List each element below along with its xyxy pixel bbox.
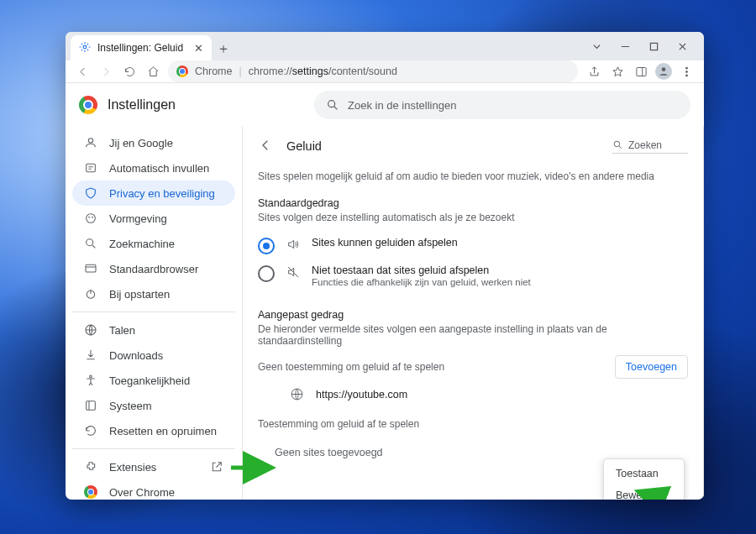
sidebar-item-downloads[interactable]: Downloads	[72, 343, 235, 368]
svg-point-15	[87, 214, 96, 223]
url-text: chrome://settings/content/sound	[249, 65, 397, 77]
volume-icon	[286, 238, 300, 251]
home-icon[interactable]	[144, 63, 161, 80]
tab-strip: Instellingen: Geluid ✕ ＋	[66, 32, 704, 60]
chrome-logo-small-icon	[176, 65, 188, 77]
toolbar: Chrome | chrome://settings/content/sound	[66, 60, 704, 83]
radio-block-sound[interactable]: Niet toestaan dat sites geluid afspelen …	[258, 259, 688, 292]
maximize-icon[interactable]	[640, 34, 667, 58]
main-search[interactable]: Zoeken	[612, 139, 688, 154]
blocked-site-row[interactable]: https://youtube.com	[258, 379, 688, 401]
svg-point-25	[90, 375, 92, 378]
svg-point-6	[685, 67, 687, 69]
reload-icon[interactable]	[121, 63, 138, 80]
settings-header: Instellingen Zoek in de instellingen	[66, 83, 704, 127]
svg-rect-12	[87, 164, 96, 171]
chrome-window: Instellingen: Geluid ✕ ＋ Chrome | chrome…	[66, 32, 704, 500]
intro-text: Sites spelen mogelijk geluid af om audio…	[258, 170, 688, 182]
svg-point-17	[92, 217, 93, 218]
divider	[72, 312, 235, 312]
tab-close-icon[interactable]: ✕	[194, 42, 203, 55]
custom-behavior-title: Aangepast gedrag	[258, 309, 688, 321]
main-panel: Geluid Zoeken Sites spelen mogelijk gelu…	[242, 127, 704, 500]
site-url: https://youtube.com	[316, 389, 407, 400]
svg-point-0	[83, 45, 87, 49]
svg-point-18	[87, 239, 93, 246]
svg-point-5	[662, 67, 666, 71]
add-site-button[interactable]: Toevoegen	[615, 355, 688, 379]
minimize-icon[interactable]	[612, 34, 638, 58]
window-controls	[583, 32, 699, 60]
custom-behavior-sub: De hieronder vermelde sites volgen een a…	[258, 323, 688, 347]
svg-line-29	[619, 146, 622, 149]
volume-mute-icon	[286, 265, 300, 279]
settings-body: Jij en Google Automatisch invullen Priva…	[66, 127, 704, 500]
svg-rect-20	[86, 264, 96, 272]
profile-avatar[interactable]	[655, 63, 672, 80]
svg-rect-3	[636, 67, 645, 76]
address-bar[interactable]: Chrome | chrome://settings/content/sound	[168, 60, 578, 82]
sidebar-item-default-browser[interactable]: Standaardbrowser	[72, 256, 235, 281]
svg-point-16	[88, 217, 90, 218]
caption-down-icon[interactable]	[583, 34, 610, 58]
sidebar-item-onstartup[interactable]: Bij opstarten	[72, 281, 235, 306]
sidebar-item-about[interactable]: Over Chrome	[72, 479, 235, 500]
sidebar-item-appearance[interactable]: Vormgeving	[72, 206, 235, 231]
sidebar: Jij en Google Automatisch invullen Priva…	[66, 127, 242, 500]
sidebar-item-languages[interactable]: Talen	[72, 317, 235, 343]
svg-rect-2	[650, 43, 657, 50]
star-icon[interactable]	[608, 63, 627, 80]
menu-allow[interactable]: Toestaan	[604, 463, 684, 484]
sidebar-item-autofill[interactable]: Automatisch invullen	[72, 155, 235, 181]
search-icon	[326, 98, 339, 112]
share-icon[interactable]	[585, 63, 603, 80]
svg-point-28	[614, 141, 620, 147]
settings-search[interactable]: Zoek in de instellingen	[314, 91, 690, 119]
sidebar-item-you-and-google[interactable]: Jij en Google	[72, 130, 235, 155]
browser-tab[interactable]: Instellingen: Geluid ✕	[71, 35, 212, 60]
sidebar-item-extensions[interactable]: Extensies	[72, 454, 235, 479]
gear-icon	[79, 41, 91, 55]
radio-sublabel: Functies die afhankelijk zijn van geluid…	[312, 277, 531, 287]
radio-label: Sites kunnen geluiden afspelen	[312, 237, 458, 249]
block-section-title: Geen toestemming om geluid af te spelen	[258, 361, 444, 373]
toolbar-right	[585, 63, 696, 80]
radio-allow-sound[interactable]: Sites kunnen geluiden afspelen	[258, 232, 688, 259]
globe-icon	[290, 387, 304, 401]
svg-point-11	[88, 139, 92, 143]
search-icon	[612, 139, 623, 150]
sidebar-item-privacy-security[interactable]: Privacy en beveiliging	[72, 181, 235, 206]
main-title: Geluid	[286, 139, 322, 153]
chrome-label: Chrome	[195, 65, 232, 77]
forward-icon[interactable]	[97, 63, 114, 80]
page-title: Instellingen	[108, 97, 176, 113]
svg-point-7	[685, 71, 687, 72]
menu-edit[interactable]: Bewerken	[604, 484, 684, 500]
radio-unselected-icon	[258, 265, 275, 282]
default-behavior-sub: Sites volgen deze instelling automatisch…	[258, 212, 688, 223]
default-behavior-title: Standaardgedrag	[258, 197, 688, 209]
kebab-icon[interactable]	[677, 63, 696, 80]
svg-point-8	[685, 74, 687, 76]
search-placeholder: Zoek in de instellingen	[348, 99, 456, 112]
allow-section-title: Toestemming om geluid af te spelen	[258, 418, 688, 430]
chrome-logo-icon	[79, 96, 97, 114]
svg-line-19	[92, 245, 95, 248]
main-header: Geluid Zoeken	[258, 132, 688, 160]
panel-icon[interactable]	[632, 63, 650, 80]
sidebar-item-searchengine[interactable]: Zoekmachine	[72, 231, 235, 256]
sidebar-item-accessibility[interactable]: Toegankelijkheid	[72, 368, 235, 393]
sidebar-item-system[interactable]: Systeem	[72, 393, 235, 418]
radio-label: Niet toestaan dat sites geluid afspelen	[312, 264, 531, 276]
tab-title: Instellingen: Geluid	[97, 42, 187, 54]
new-tab-button[interactable]: ＋	[212, 37, 235, 60]
external-link-icon	[210, 460, 223, 474]
svg-rect-26	[87, 401, 96, 411]
close-window-icon[interactable]	[669, 34, 696, 58]
sidebar-item-reset[interactable]: Resetten en opruimen	[72, 418, 235, 443]
back-icon[interactable]	[74, 63, 91, 80]
back-button[interactable]	[258, 138, 273, 155]
svg-point-9	[328, 101, 335, 107]
settings-page: Instellingen Zoek in de instellingen Jij…	[66, 83, 704, 500]
no-sites-text: Geen sites toegevoegd	[258, 438, 688, 458]
